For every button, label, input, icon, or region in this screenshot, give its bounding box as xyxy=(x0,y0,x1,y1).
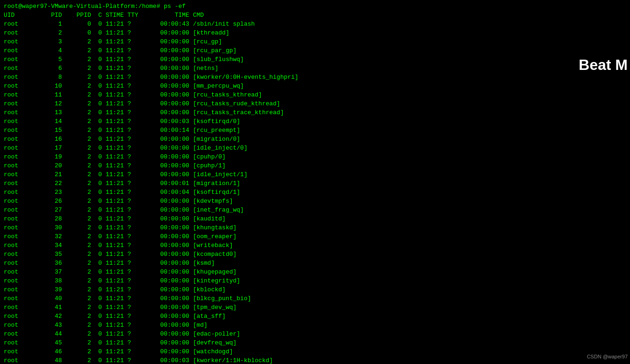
terminal: root@waper97-VMware-Virtual-Platform:/ho… xyxy=(0,0,578,364)
csdn-watermark: CSDN @waper97 xyxy=(587,354,628,359)
sidebar: Beat M CSDN @waper97 xyxy=(578,0,630,364)
beat-label: Beat M xyxy=(578,56,630,74)
terminal-output: root@waper97-VMware-Virtual-Platform:/ho… xyxy=(4,2,575,364)
